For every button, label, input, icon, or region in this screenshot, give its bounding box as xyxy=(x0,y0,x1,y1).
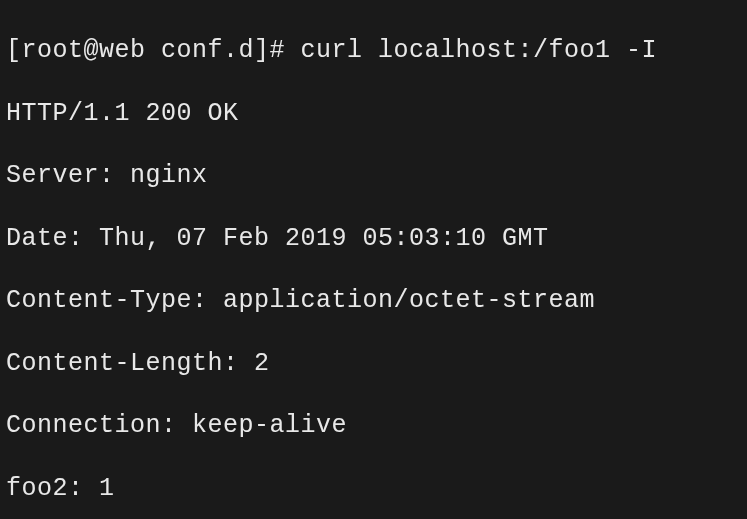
command-text: curl localhost:/foo1 -I xyxy=(301,36,658,65)
http-header-line: Content-Type: application/octet-stream xyxy=(6,285,741,316)
http-header-line: Content-Length: 2 xyxy=(6,348,741,379)
terminal-window[interactable]: [root@web conf.d]# curl localhost:/foo1 … xyxy=(0,0,747,519)
http-header-line: Date: Thu, 07 Feb 2019 05:03:10 GMT xyxy=(6,223,741,254)
command-line-1: [root@web conf.d]# curl localhost:/foo1 … xyxy=(6,35,741,66)
http-header-line: Connection: keep-alive xyxy=(6,410,741,441)
http-status-line: HTTP/1.1 200 OK xyxy=(6,98,741,129)
http-header-line: Server: nginx xyxy=(6,160,741,191)
shell-prompt: [root@web conf.d]# xyxy=(6,36,301,65)
http-header-line: foo2: 1 xyxy=(6,473,741,504)
